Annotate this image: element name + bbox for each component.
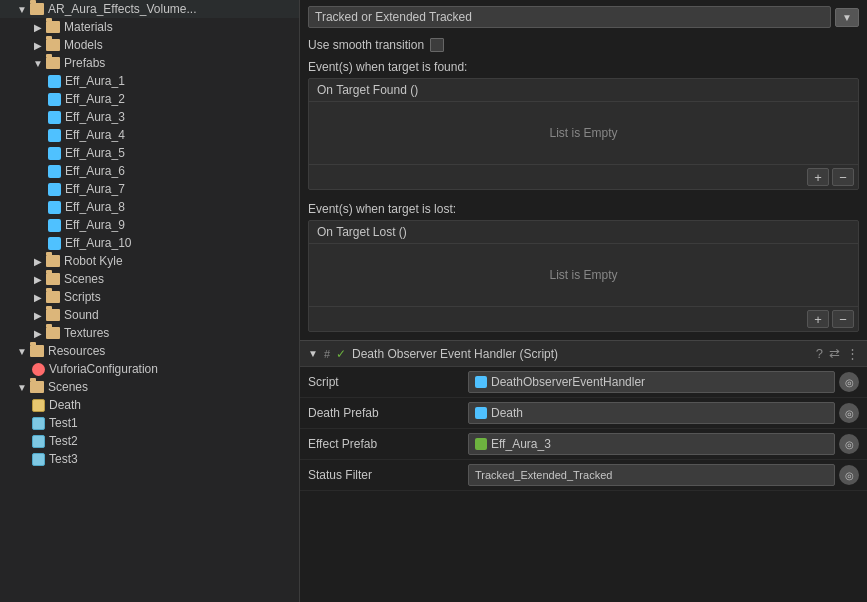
script-property-value: DeathObserverEventHandler ◎ — [468, 371, 859, 393]
status-filter-value: Tracked_Extended_Tracked ◎ — [468, 464, 859, 486]
tree-label: Eff_Aura_9 — [65, 218, 125, 232]
tree-item-test2[interactable]: Test2 — [0, 432, 299, 450]
tree-item-vuforia[interactable]: VuforiaConfiguration — [0, 360, 299, 378]
tree-item-robot-kyle[interactable]: ▶ Robot Kyle — [0, 252, 299, 270]
tree-label: Eff_Aura_7 — [65, 182, 125, 196]
tree-item-materials[interactable]: ▶ Materials — [0, 18, 299, 36]
tree-item-sound[interactable]: ▶ Sound — [0, 306, 299, 324]
tree-arrow: ▶ — [32, 291, 44, 303]
event-lost-label: Event(s) when target is lost: — [308, 202, 859, 216]
event-found-footer: + − — [309, 164, 858, 189]
tree-label: Textures — [64, 326, 109, 340]
tree-label: Eff_Aura_5 — [65, 146, 125, 160]
tree-label: AR_Aura_Effects_Volume... — [48, 2, 197, 16]
tree-label: Eff_Aura_10 — [65, 236, 132, 250]
death-prefab-field[interactable]: Death — [468, 402, 835, 424]
death-prefab-text: Death — [491, 406, 523, 420]
inspector-panel: Tracked or Extended Tracked Tracked Exte… — [300, 0, 867, 602]
event-found-add-button[interactable]: + — [807, 168, 829, 186]
smooth-transition-checkbox[interactable] — [430, 38, 444, 52]
tree-item-eff-aura-2[interactable]: Eff_Aura_2 — [0, 90, 299, 108]
tree-item-eff-aura-10[interactable]: Eff_Aura_10 — [0, 234, 299, 252]
scene-icon — [32, 399, 45, 412]
tree-arrow: ▶ — [32, 255, 44, 267]
cube-icon — [48, 93, 61, 106]
event-lost-remove-button[interactable]: − — [832, 310, 854, 328]
status-filter-row: Status Filter Tracked_Extended_Tracked ◎ — [300, 460, 867, 491]
tree-label: Death — [49, 398, 81, 412]
event-lost-add-button[interactable]: + — [807, 310, 829, 328]
cube-icon — [48, 129, 61, 142]
component-hash-icon: # — [324, 348, 330, 360]
tree-item-eff-aura-4[interactable]: Eff_Aura_4 — [0, 126, 299, 144]
tree-arrow: ▶ — [32, 273, 44, 285]
script-property-label: Script — [308, 375, 468, 389]
component-header: ▼ # ✓ Death Observer Event Handler (Scri… — [300, 340, 867, 367]
cube-icon — [48, 147, 61, 160]
tree-item-eff-aura-7[interactable]: Eff_Aura_7 — [0, 180, 299, 198]
event-found-remove-button[interactable]: − — [832, 168, 854, 186]
tree-label: Eff_Aura_4 — [65, 128, 125, 142]
tree-label: Scenes — [64, 272, 104, 286]
folder-icon — [46, 327, 60, 339]
tree-item-eff-aura-1[interactable]: Eff_Aura_1 — [0, 72, 299, 90]
status-filter-text: Tracked_Extended_Tracked — [475, 469, 612, 481]
tree-label: Eff_Aura_8 — [65, 200, 125, 214]
component-menu-icon[interactable]: ⋮ — [846, 346, 859, 361]
asset-tree[interactable]: ▼ AR_Aura_Effects_Volume... ▶ Materials … — [0, 0, 300, 602]
status-filter-field[interactable]: Tracked_Extended_Tracked — [468, 464, 835, 486]
tracking-mode-select[interactable]: Tracked or Extended Tracked Tracked Exte… — [308, 6, 831, 28]
death-prefab-value: Death ◎ — [468, 402, 859, 424]
script-field[interactable]: DeathObserverEventHandler — [468, 371, 835, 393]
folder-icon — [46, 273, 60, 285]
tree-item-models[interactable]: ▶ Models — [0, 36, 299, 54]
death-prefab-label: Death Prefab — [308, 406, 468, 420]
tree-item-prefabs[interactable]: ▼ Prefabs — [0, 54, 299, 72]
death-prefab-row: Death Prefab Death ◎ — [300, 398, 867, 429]
tree-item-test1[interactable]: Test1 — [0, 414, 299, 432]
tree-arrow: ▼ — [16, 3, 28, 15]
event-found-label: Event(s) when target is found: — [308, 60, 859, 74]
tree-label: Sound — [64, 308, 99, 322]
event-lost-box: On Target Lost () List is Empty + − — [308, 220, 859, 332]
tree-arrow: ▼ — [16, 381, 28, 393]
component-settings-icon[interactable]: ⇄ — [829, 346, 840, 361]
tree-item-eff-aura-5[interactable]: Eff_Aura_5 — [0, 144, 299, 162]
script-property-row: Script DeathObserverEventHandler ◎ — [300, 367, 867, 398]
tree-item-resources[interactable]: ▼ Resources — [0, 342, 299, 360]
tree-item-test3[interactable]: Test3 — [0, 450, 299, 468]
component-collapse-arrow[interactable]: ▼ — [308, 348, 318, 359]
tree-label: Models — [64, 38, 103, 52]
cube-icon — [48, 201, 61, 214]
tree-item-eff-aura-6[interactable]: Eff_Aura_6 — [0, 162, 299, 180]
effect-prefab-select-button[interactable]: ◎ — [839, 434, 859, 454]
tree-item-scenes-root[interactable]: ▼ Scenes — [0, 378, 299, 396]
tree-item-scenes[interactable]: ▶ Scenes — [0, 270, 299, 288]
component-enabled-check[interactable]: ✓ — [336, 347, 346, 361]
dropdown-arrow-icon[interactable]: ▼ — [835, 8, 859, 27]
tree-arrow: ▶ — [32, 327, 44, 339]
prefab-icon — [32, 453, 45, 466]
tree-item-eff-aura-9[interactable]: Eff_Aura_9 — [0, 216, 299, 234]
script-select-button[interactable]: ◎ — [839, 372, 859, 392]
effect-prefab-row: Effect Prefab Eff_Aura_3 ◎ — [300, 429, 867, 460]
effect-prefab-field[interactable]: Eff_Aura_3 — [468, 433, 835, 455]
status-filter-label: Status Filter — [308, 468, 468, 482]
tree-item-scripts[interactable]: ▶ Scripts — [0, 288, 299, 306]
tree-item-eff-aura-3[interactable]: Eff_Aura_3 — [0, 108, 299, 126]
effect-prefab-value: Eff_Aura_3 ◎ — [468, 433, 859, 455]
tree-item-eff-aura-8[interactable]: Eff_Aura_8 — [0, 198, 299, 216]
event-found-box: On Target Found () List is Empty + − — [308, 78, 859, 190]
component-help-icon[interactable]: ? — [816, 346, 823, 361]
tree-item-textures[interactable]: ▶ Textures — [0, 324, 299, 342]
folder-icon — [46, 309, 60, 321]
tree-item-death[interactable]: Death — [0, 396, 299, 414]
status-filter-select-button[interactable]: ◎ — [839, 465, 859, 485]
cube-icon — [48, 165, 61, 178]
tree-label: Eff_Aura_2 — [65, 92, 125, 106]
death-prefab-select-button[interactable]: ◎ — [839, 403, 859, 423]
effect-prefab-label: Effect Prefab — [308, 437, 468, 451]
tree-label: Test2 — [49, 434, 78, 448]
event-found-section: Event(s) when target is found: On Target… — [300, 56, 867, 194]
tree-item-aura-effects[interactable]: ▼ AR_Aura_Effects_Volume... — [0, 0, 299, 18]
